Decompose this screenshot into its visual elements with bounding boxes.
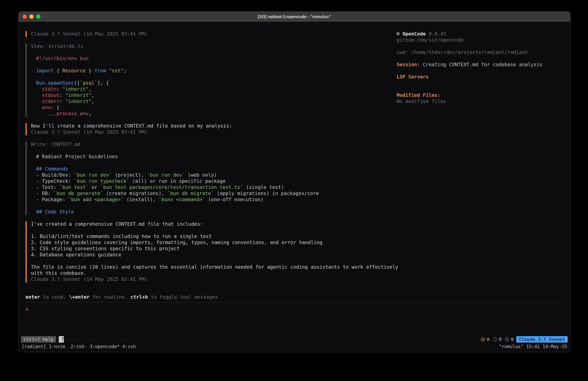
terminal-window: [2/3] radiant:3:opencode - "romulus" Cla…: [18, 11, 570, 352]
info-icon: ⓘ: [493, 336, 497, 342]
code-line: ## Commands: [36, 166, 397, 172]
text-line: [31, 258, 397, 264]
tmux-session-windows: [radiant] 1:nvim 2:zsh- 3:opencode* 4:zs…: [22, 343, 136, 350]
text-line: The file is concise (20 lines) and captu…: [31, 264, 397, 270]
code-line: env: {: [36, 105, 397, 111]
repo-link[interactable]: github.com/sst/opencode: [397, 37, 543, 43]
modified-files-label: Modified Files:: [397, 92, 543, 98]
text-line: I've created a comprehensive CONTEXT.md …: [31, 221, 397, 227]
keybind-hints: enter to send, \+enter for newline, ctrl…: [25, 294, 563, 300]
session-label: Session:: [397, 62, 420, 67]
warning-count: 0: [487, 336, 490, 342]
text-line: with this codebase.: [31, 270, 397, 276]
code-line: [36, 74, 397, 80]
text-line: 2. Code style guidelines covering import…: [31, 240, 397, 246]
diagnostic-warnings: Ⓦ0: [481, 336, 490, 342]
opencode-app: Claude 3.7 Sonnet (14 May 2025 03:41 PM)…: [18, 22, 570, 336]
code-line: - Package: `bun add <package>` (install)…: [36, 197, 397, 203]
info-count: 0: [499, 336, 502, 342]
message-text: Now I'll create a comprehensive CONTEXT.…: [31, 123, 397, 129]
code-line: [36, 160, 397, 166]
assistant-message-header: Claude 3.7 Sonnet (14 May 2025 03:41 PM): [25, 31, 397, 37]
code-line: stdin: "inherit",: [36, 86, 397, 92]
input-divider: [25, 302, 563, 303]
code-line: Bun.spawnSync([`psql`], {: [36, 80, 397, 86]
opencode-logo-icon: ©: [397, 31, 399, 37]
modified-files-empty: No modified files: [397, 98, 543, 105]
zoom-button[interactable]: [36, 15, 40, 19]
tool-title: View: script/db.ts: [31, 43, 397, 49]
code-line: - Build/Dev: `bun run dev` (project), `b…: [36, 172, 397, 178]
code-line: - DB: `bun db generate` (create migratio…: [36, 190, 397, 197]
code-line: ## Code Style: [36, 209, 397, 215]
code-line: enter to send, \+enter for newline, ctrl…: [25, 294, 563, 300]
screen: [2/3] radiant:3:opencode - "romulus" Cla…: [0, 0, 588, 381]
prompt-input[interactable]: >: [25, 306, 563, 313]
code-line: import { Resource } from "sst";: [36, 68, 397, 74]
hint-icon: ⓗ: [505, 336, 509, 342]
cwd-path: cwd: /home/thdxr/dev/projects/radiant/ra…: [397, 49, 543, 56]
prompt-chevron: >: [25, 306, 28, 312]
session-title: Creating CONTEXT.md for codebase analysi…: [423, 62, 543, 67]
window-title: [2/3] radiant:3:opencode - "romulus": [258, 14, 331, 20]
minimize-button[interactable]: [29, 15, 34, 19]
diagnostic-info: ⓘ0: [493, 336, 502, 342]
code-line: #!/usr/bin/env bun: [36, 56, 397, 62]
code-line: - TypeCheck: `bun run typecheck` (all) o…: [36, 178, 397, 184]
close-button[interactable]: [22, 15, 27, 19]
input-area-space[interactable]: [25, 313, 563, 336]
text-line: 3. CSS styling conventions specific to t…: [31, 246, 397, 252]
assistant-message: Now I'll create a comprehensive CONTEXT.…: [25, 123, 397, 135]
assistant-message-summary: I've created a comprehensive CONTEXT.md …: [25, 221, 397, 283]
code-line: stderr: "inherit",: [36, 98, 397, 105]
code-line: stdout: "inherit",: [36, 92, 397, 98]
lsp-servers-label: LSP Servers: [397, 74, 543, 80]
window-titlebar: [2/3] radiant:3:opencode - "romulus": [18, 12, 570, 22]
text-line: 1. Build/lint/test commands including ho…: [31, 233, 397, 240]
diagnostic-hints: ⓗ0: [505, 336, 514, 342]
tmux-status-bar: [radiant] 1:nvim 2:zsh- 3:opencode* 4:zs…: [18, 343, 570, 350]
message-body: I've created a comprehensive CONTEXT.md …: [31, 221, 397, 276]
app-brand: © OpenCode 0.0.45: [397, 31, 543, 37]
tool-call-view-file: View: script/db.ts #!/usr/bin/env bun im…: [25, 43, 397, 117]
app-name: OpenCode: [402, 31, 426, 37]
message-timestamp: Claude 3.7 Sonnet (14 May 2025 03:41 PM): [31, 129, 397, 135]
diagnostics: Ⓦ0 ⓘ0 ⓗ0: [481, 336, 514, 342]
tmux-host-time: "romulus" 15:41 14-May-25: [499, 343, 567, 350]
message-timestamp: Claude 3.7 Sonnet (14 May 2025 03:41 PM): [31, 276, 397, 283]
sidebar: © OpenCode 0.0.45 github.com/sst/opencod…: [397, 31, 563, 294]
text-line: 4. Database operations guidance: [31, 252, 397, 258]
code-line: # Radiant Project Guidelines: [36, 154, 397, 160]
help-chip[interactable]: ctrl+? help: [21, 336, 56, 343]
tool-code-block: #!/usr/bin/env bun import { Resource } f…: [31, 56, 397, 117]
tool-title: Write: CONTEXT.md: [31, 141, 397, 148]
warning-icon: Ⓦ: [481, 336, 485, 342]
tool-code-block: # Radiant Project Guidelines ## Commands…: [31, 154, 397, 215]
hint-count: 0: [511, 336, 514, 342]
model-chip[interactable]: Claude 3.7 Sonnet: [516, 336, 568, 343]
code-line: ...process.env,: [36, 111, 397, 117]
message-timestamp: Claude 3.7 Sonnet (14 May 2025 03:41 PM): [31, 31, 397, 37]
tool-call-write-file: Write: CONTEXT.md # Radiant Project Guid…: [25, 141, 397, 215]
code-line: [36, 203, 397, 209]
app-version: 0.0.45: [429, 31, 446, 37]
code-line: - Test: `bun test` or `bun test packages…: [36, 184, 397, 190]
session-info: Session: Creating CONTEXT.md for codebas…: [397, 62, 543, 68]
code-line: [36, 62, 397, 68]
status-bar: ctrl+? help Tokens: 16.4K (8%), Cost: $0…: [18, 336, 570, 343]
traffic-lights: [22, 12, 40, 22]
conversation: Claude 3.7 Sonnet (14 May 2025 03:41 PM)…: [25, 31, 397, 294]
text-line: [31, 227, 397, 233]
tokens-cost-chip: Tokens: 16.4K (8%), Cost: $0.12: [59, 336, 64, 343]
